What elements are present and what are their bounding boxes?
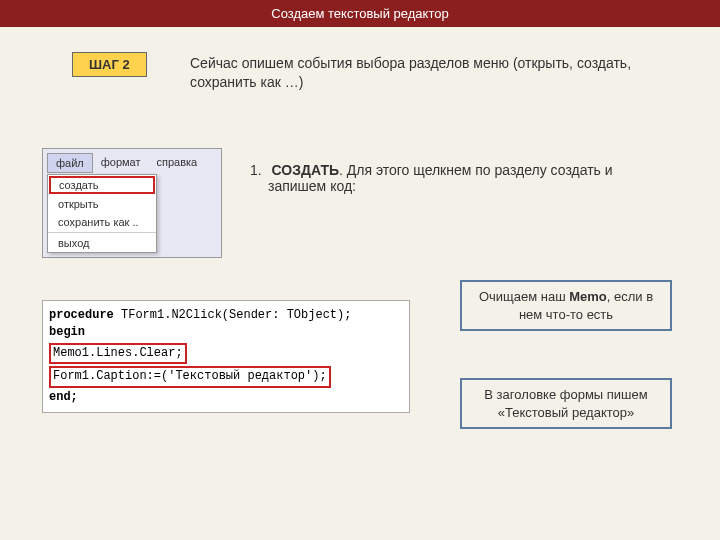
dropdown-item-create[interactable]: создать (49, 176, 155, 194)
code-line-5: end; (49, 389, 403, 406)
page-title: Создаем текстовый редактор (271, 6, 448, 21)
instruction-bold: СОЗДАТЬ (272, 162, 339, 178)
step-badge: ШАГ 2 (72, 52, 147, 77)
callout-caption: В заголовке формы пишем «Текстовый редак… (460, 378, 672, 429)
callout-memo-bold: Memo (569, 289, 607, 304)
instruction-number: 1. (250, 162, 262, 178)
instruction-line2: запишем код: (268, 178, 680, 194)
dropdown-separator (48, 232, 156, 233)
code-line-2: begin (49, 324, 403, 341)
menubar-item-file[interactable]: файл (47, 153, 93, 173)
dropdown-item-saveas[interactable]: сохранить как .. (48, 213, 156, 231)
step-description: Сейчас опишем события выбора разделов ме… (190, 54, 650, 92)
dropdown-item-exit[interactable]: выход (48, 234, 156, 252)
code-block: procedure TForm1.N2Click(Sender: TObject… (42, 300, 410, 413)
instruction-text: 1. СОЗДАТЬ. Для этого щелкнем по разделу… (250, 162, 680, 194)
dropdown-item-open[interactable]: открыть (48, 195, 156, 213)
code-line-3: Memo1.Lines.Clear; (49, 343, 187, 364)
callout-memo: Очищаем наш Memo, если в нем что-то есть (460, 280, 672, 331)
menu-screenshot: файл формат справка создать открыть сохр… (42, 148, 222, 258)
page-header: Создаем текстовый редактор (0, 0, 720, 27)
callout-memo-before: Очищаем наш (479, 289, 569, 304)
menubar-item-help[interactable]: справка (149, 153, 206, 173)
code-line-1: procedure TForm1.N2Click(Sender: TObject… (49, 307, 403, 324)
menubar: файл формат справка (47, 153, 217, 173)
step-label: ШАГ 2 (89, 57, 130, 72)
menubar-item-format[interactable]: формат (93, 153, 149, 173)
file-dropdown: создать открыть сохранить как .. выход (47, 174, 157, 253)
code-line-4: Form1.Caption:=('Текстовый редактор'); (49, 366, 331, 387)
instruction-tail: . Для этого щелкнем по разделу создать и (339, 162, 613, 178)
